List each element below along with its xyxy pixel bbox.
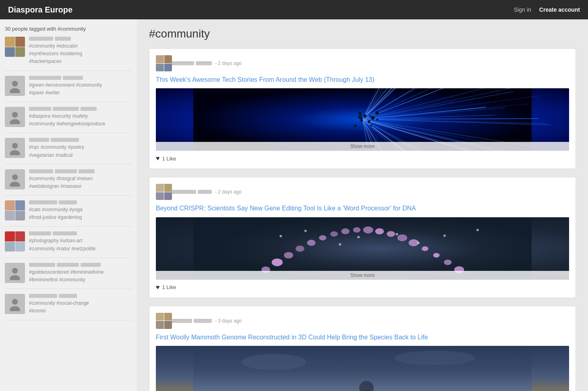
post-image [156,217,569,280]
svg-point-92 [371,125,373,126]
post-image [156,88,569,151]
avatar[interactable] [5,37,25,57]
svg-point-99 [319,235,326,240]
person-name [29,37,132,41]
person-tags: #community #social-change#loomio [29,299,132,315]
svg-point-3 [10,119,20,124]
svg-point-74 [352,120,353,121]
post-card: - 2 days agoThis Week's Awesome Tech Sto… [149,48,576,169]
person-name [29,138,132,142]
post-author[interactable] [172,190,212,194]
avatar[interactable] [5,294,25,314]
svg-point-112 [280,235,282,237]
people-list: #community #educator#synthesizers #solde… [5,37,132,320]
svg-point-79 [371,116,375,120]
site-logo: Diaspora Europe [8,5,72,15]
svg-point-2 [12,112,18,117]
list-item: #community #fotograf #reisen#webdesigner… [5,169,132,196]
svg-point-6 [12,174,18,180]
show-more-button[interactable]: Show more [156,271,569,280]
svg-point-117 [417,241,420,244]
signin-link[interactable]: Sign in [514,6,531,13]
svg-point-88 [364,114,366,117]
svg-point-0 [12,81,18,86]
person-name [29,294,132,298]
list-item: #nyc #community #poetry#vegetarian #radi… [5,138,132,164]
person-name [29,200,132,204]
svg-point-91 [368,121,371,123]
svg-point-1 [10,88,20,93]
svg-point-80 [369,115,371,117]
svg-point-73 [375,111,379,115]
svg-point-8 [12,268,18,273]
nav-links: Sign in Create account [514,6,580,13]
svg-point-114 [339,243,341,245]
post-title[interactable]: This Week's Awesome Tech Stories From Ar… [156,75,569,84]
post-title[interactable]: First Woolly Mammoth Genome Reconstructe… [156,333,569,342]
avatar[interactable] [5,231,25,252]
person-name [29,76,132,80]
avatar[interactable] [156,313,172,329]
list-item: #cats #community #yoga#food-justice #gar… [5,200,132,227]
svg-point-90 [376,119,378,121]
svg-point-96 [284,252,293,258]
person-tags: #nyc #community #poetry#vegetarian #radi… [29,144,132,159]
svg-point-122 [395,351,475,365]
svg-point-10 [12,299,18,305]
post-card: - 3 days agoFirst Woolly Mammoth Genome … [149,306,576,391]
list-item: #diaspora #security #safety#community #w… [5,107,132,133]
svg-point-115 [357,236,360,238]
create-account-link[interactable]: Create account [539,6,580,13]
svg-point-110 [444,260,451,265]
svg-point-121 [242,354,306,370]
like-button[interactable]: ♥ [156,155,160,162]
avatar[interactable] [5,169,25,189]
post-title[interactable]: Beyond CRISPR: Scientists Say New Gene E… [156,204,569,213]
like-button[interactable]: ♥ [156,284,160,291]
list-item: #photography #urban-art#community #natur… [5,231,132,258]
svg-rect-93 [193,217,532,280]
avatar[interactable] [5,200,25,220]
svg-point-4 [12,143,18,149]
posts-list: - 2 days agoThis Week's Awesome Tech Sto… [149,48,576,391]
svg-point-9 [10,275,20,280]
person-tags: #photography #urban-art#community #natur… [29,237,132,252]
list-item: #green #environment #community#queer #wr… [5,76,132,102]
person-tags: #cats #community #yoga#food-justice #gar… [29,206,132,221]
svg-point-5 [10,150,20,156]
post-card: - 2 days agoBeyond CRISPR: Scientists Sa… [149,177,576,297]
person-name [29,231,132,235]
main-content: #community - 2 days agoThis Week's Aweso… [137,19,588,391]
svg-point-11 [10,306,20,312]
svg-point-109 [433,253,439,257]
like-count: 1 Like [162,284,176,290]
avatar[interactable] [5,76,25,96]
post-time: - 3 days ago [215,318,242,324]
header: Diaspora Europe Sign in Create account [0,0,588,19]
avatar[interactable] [156,184,172,200]
post-author[interactable] [172,61,212,65]
show-more-button[interactable]: Show more [156,142,569,151]
svg-point-119 [476,229,479,231]
svg-point-101 [341,228,350,234]
svg-point-86 [360,117,363,120]
person-tags: #green #environment #community#queer #wr… [29,81,132,97]
avatar[interactable] [5,107,25,127]
post-time: - 2 days ago [215,189,242,195]
svg-point-118 [443,235,446,237]
svg-point-102 [353,227,361,233]
person-tags: #community #educator#synthesizers #solde… [29,42,132,66]
avatar[interactable] [5,263,25,283]
avatar[interactable] [156,55,172,71]
svg-point-98 [307,240,315,246]
avatar[interactable] [5,138,25,158]
page-title: #community [149,27,576,40]
svg-point-103 [363,226,373,233]
post-author[interactable] [172,319,212,323]
person-tags: #community #fotograf #reisen#webdesigner… [29,175,132,190]
sidebar: 30 people tagged with #community #commun… [0,19,137,391]
svg-point-89 [358,112,361,114]
svg-point-95 [272,258,283,266]
list-item: #community #social-change#loomio [5,294,132,320]
like-count: 1 Like [162,156,176,162]
